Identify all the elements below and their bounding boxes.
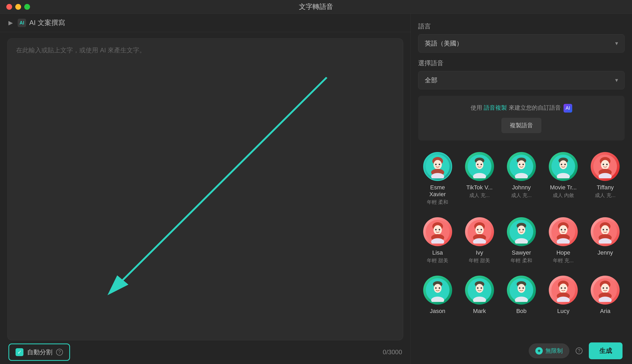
voice-card-jenny[interactable]: Jenny xyxy=(587,214,624,267)
svg-point-87 xyxy=(522,287,524,289)
voice-desc-ivy: 年輕 甜美 xyxy=(469,257,490,264)
voice-name-johnny: Johnny xyxy=(512,184,531,191)
svg-point-80 xyxy=(477,287,478,289)
voice-desc-movietr: 成人 內斂 xyxy=(553,192,574,199)
svg-point-75 xyxy=(439,287,440,289)
svg-point-27 xyxy=(561,164,562,165)
svg-point-101 xyxy=(606,287,608,289)
svg-point-74 xyxy=(435,287,437,289)
ai-badge: AI xyxy=(564,104,572,113)
voice-avatar-bob xyxy=(507,276,536,305)
voice-desc-sawyer: 年輕 柔和 xyxy=(511,257,532,264)
svg-point-68 xyxy=(603,229,604,230)
svg-point-61 xyxy=(561,229,562,230)
svg-point-10 xyxy=(439,164,440,165)
svg-point-94 xyxy=(564,287,566,289)
svg-point-42 xyxy=(439,229,440,230)
auto-split-label: 自動分割 xyxy=(27,348,52,356)
voice-avatar-sawyer xyxy=(507,217,536,246)
svg-point-65 xyxy=(601,225,610,235)
voice-name-tiffany: Tiffany xyxy=(597,184,614,191)
titlebar: 文字轉語音 xyxy=(0,0,632,14)
voice-select-dropdown[interactable]: 全部 ▾ xyxy=(418,71,625,89)
voice-card-lisa[interactable]: Lisa年輕 甜美 xyxy=(419,214,456,267)
bottom-bar: ✓ 自動分割 ? 0/3000 xyxy=(0,340,411,364)
svg-point-9 xyxy=(435,164,437,165)
svg-point-72 xyxy=(434,284,441,293)
unlimited-button[interactable]: + 無限制 xyxy=(529,343,569,358)
voice-clone-description: 使用 語音複製 來建立您的自訂語音 AI xyxy=(427,103,616,113)
close-button[interactable] xyxy=(6,4,12,10)
voice-desc-tiffany: 成人 充... xyxy=(595,192,615,199)
language-dropdown[interactable]: 英語（美國） ▾ xyxy=(418,34,625,53)
voice-desc-hope: 年輕 充... xyxy=(553,257,574,264)
voice-card-ivy[interactable]: Ivy年輕 甜美 xyxy=(461,214,498,267)
voice-avatar-hope xyxy=(549,217,578,246)
unlimited-help-icon[interactable]: ? xyxy=(576,347,582,354)
svg-point-16 xyxy=(481,164,482,165)
clone-voice-button[interactable]: 複製語音 xyxy=(501,118,541,133)
voice-avatar-mark xyxy=(465,276,494,305)
language-chevron-icon: ▾ xyxy=(615,40,618,47)
ai-copywriting-bar[interactable]: ▶ AI AI 文案撰寫 xyxy=(0,14,411,32)
auto-split-checkbox[interactable]: ✓ xyxy=(16,348,23,356)
svg-point-6 xyxy=(433,160,442,169)
voice-name-ivy: Ivy xyxy=(476,249,483,256)
voice-card-bob[interactable]: Bob xyxy=(503,272,540,319)
voice-card-mark[interactable]: Mark xyxy=(461,272,498,319)
main-textarea[interactable] xyxy=(8,39,403,340)
svg-point-90 xyxy=(559,284,567,293)
language-value: 英語（美國） xyxy=(425,39,463,48)
svg-point-78 xyxy=(476,284,483,293)
voice-card-esme[interactable]: Esme Xavier年輕 柔和 xyxy=(419,149,456,209)
traffic-lights xyxy=(6,4,30,10)
voice-name-lucy: Lucy xyxy=(557,308,569,315)
svg-text:AI: AI xyxy=(19,20,24,26)
svg-point-13 xyxy=(476,160,483,169)
voice-card-aria[interactable]: Aria xyxy=(587,272,624,319)
voice-name-aria: Aria xyxy=(600,308,610,315)
voice-name-mark: Mark xyxy=(473,308,486,315)
voice-card-hope[interactable]: Hope年輕 充... xyxy=(545,214,582,267)
voice-name-sawyer: Sawyer xyxy=(512,249,531,256)
main-layout: ▶ AI AI 文案撰寫 在此輸入或貼上文字，或使用 AI 來產生文字。 xyxy=(0,14,632,364)
auto-split-help-icon[interactable]: ? xyxy=(56,349,63,356)
voice-desc-esme: 年輕 柔和 xyxy=(427,199,448,206)
voice-select-chevron-icon: ▾ xyxy=(615,77,618,84)
voice-desc-tiktok: 成人 充... xyxy=(469,192,490,199)
maximize-button[interactable] xyxy=(24,4,30,10)
svg-point-25 xyxy=(560,160,567,169)
voice-name-movietr: Movie Tr... xyxy=(550,184,576,191)
voice-select-label: 選擇語音 xyxy=(418,59,625,67)
generate-button[interactable]: 生成 xyxy=(589,342,623,359)
voice-clone-link[interactable]: 語音複製 xyxy=(484,104,507,111)
svg-point-28 xyxy=(564,164,566,165)
window-title: 文字轉語音 xyxy=(299,2,333,11)
char-count: 0/3000 xyxy=(383,348,402,356)
voice-card-lucy[interactable]: Lucy xyxy=(545,272,582,319)
voice-name-esme: Esme Xavier xyxy=(421,184,454,198)
svg-point-97 xyxy=(601,284,610,293)
voice-avatar-tiffany xyxy=(591,152,620,181)
voice-avatar-jenny xyxy=(591,217,620,246)
expand-icon: ▶ xyxy=(8,19,13,26)
svg-point-48 xyxy=(477,229,478,230)
text-input-area[interactable]: 在此輸入或貼上文字，或使用 AI 來產生文字。 xyxy=(7,38,403,340)
voice-card-movietr[interactable]: Movie Tr...成人 內斂 xyxy=(545,149,582,209)
minimize-button[interactable] xyxy=(15,4,21,10)
svg-point-84 xyxy=(517,284,525,293)
svg-point-34 xyxy=(603,164,604,165)
voice-name-bob: Bob xyxy=(516,308,526,315)
svg-point-52 xyxy=(517,225,525,234)
svg-point-22 xyxy=(522,164,524,165)
auto-split-area[interactable]: ✓ 自動分割 ? xyxy=(8,343,70,361)
ai-copywriting-label: AI 文案撰寫 xyxy=(29,18,65,27)
svg-point-58 xyxy=(559,225,567,235)
voice-card-jason[interactable]: Jason xyxy=(419,272,456,319)
voice-name-lisa: Lisa xyxy=(432,249,443,256)
voice-card-tiffany[interactable]: Tiffany成人 充... xyxy=(587,149,624,209)
voice-card-sawyer[interactable]: Sawyer年輕 柔和 xyxy=(503,214,540,267)
voice-desc-lisa: 年輕 甜美 xyxy=(427,257,448,264)
voice-card-tiktok[interactable]: TikTok V...成人 充... xyxy=(461,149,498,209)
voice-card-johnny[interactable]: Johnny成人 充... xyxy=(503,149,540,209)
